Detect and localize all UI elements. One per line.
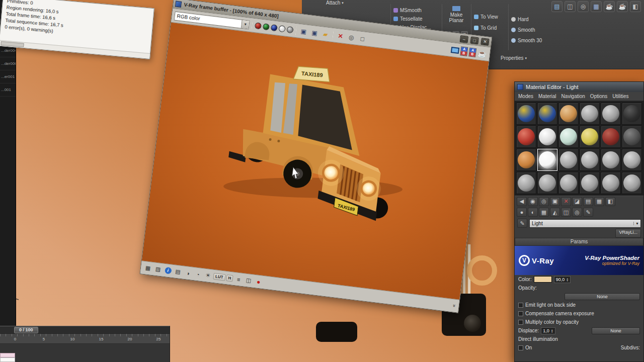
- make-planar-button[interactable]: Make Planar: [445, 6, 468, 23]
- pattern-icon[interactable]: ◭: [550, 208, 560, 217]
- menu-navigation[interactable]: Navigation: [561, 94, 585, 99]
- scrollbar-thumb[interactable]: [1, 41, 24, 47]
- direct-illumination-on-checkbox[interactable]: [518, 345, 523, 350]
- menu-material[interactable]: Material: [538, 94, 556, 99]
- attach-button[interactable]: Attach▾: [326, 0, 344, 6]
- material-slot[interactable]: [537, 172, 557, 194]
- ab-compare-button[interactable]: AB: [460, 46, 468, 56]
- compensate-exposure-checkbox[interactable]: [518, 311, 523, 316]
- blue-channel-icon[interactable]: [271, 24, 278, 31]
- color-corrections-icon[interactable]: ◑: [183, 268, 193, 278]
- menu-modes[interactable]: Modes: [518, 94, 533, 99]
- material-slot[interactable]: [537, 103, 557, 125]
- menu-utilities[interactable]: Utilities: [612, 94, 628, 99]
- track-bar-ruler[interactable]: 0 5 10 15 20 25: [0, 334, 170, 344]
- render-iterative-teapot-icon[interactable]: ☕: [617, 1, 628, 12]
- material-slot[interactable]: [516, 172, 536, 194]
- render-stats-window[interactable]: Primitives: 0 Region rendering: 16,0 s T…: [0, 0, 154, 59]
- alpha-channel-icon[interactable]: [278, 25, 285, 32]
- params-rollout-header[interactable]: Params: [515, 238, 643, 246]
- layer-item[interactable]: ...001: [0, 83, 16, 97]
- material-type-button[interactable]: VRayLi...: [615, 229, 641, 238]
- msmooth-button[interactable]: MSmooth: [393, 6, 442, 15]
- make-unique-icon[interactable]: ◪: [572, 197, 582, 206]
- maxscript-mini-listener[interactable]: [0, 353, 15, 362]
- material-slot[interactable]: [558, 149, 579, 171]
- material-slot[interactable]: [558, 126, 579, 148]
- smooth-hard-button[interactable]: Hard: [511, 14, 548, 25]
- clear-image-icon[interactable]: ✕: [335, 31, 346, 41]
- material-slot[interactable]: [580, 126, 600, 148]
- tessellate-button[interactable]: Tessellate: [393, 15, 442, 23]
- render-last-teapot-icon[interactable]: ☕: [477, 48, 488, 59]
- smooth-button[interactable]: Smooth: [511, 25, 548, 35]
- get-material-icon[interactable]: ◉: [528, 197, 538, 206]
- info-icon[interactable]: i: [163, 265, 173, 276]
- curve-editor-icon[interactable]: ▤: [551, 1, 562, 12]
- opacity-map-none-button[interactable]: None: [565, 293, 640, 300]
- dropdown-arrow-icon[interactable]: ▼: [633, 222, 640, 225]
- material-slot[interactable]: [601, 103, 621, 125]
- collapse-chevron-icon[interactable]: »: [452, 304, 458, 308]
- histogram-button[interactable]: H: [226, 275, 233, 282]
- material-slot[interactable]: [516, 126, 536, 148]
- material-slot[interactable]: [601, 126, 621, 148]
- layer-item[interactable]: ...er001: [0, 70, 16, 83]
- show-map-in-viewport-icon[interactable]: ▦: [594, 197, 604, 206]
- exposure-icon[interactable]: ☀: [203, 270, 213, 281]
- material-slot[interactable]: [537, 126, 557, 148]
- schematic-view-icon[interactable]: ◫: [565, 1, 576, 12]
- curves-icon[interactable]: ◔: [193, 269, 203, 279]
- material-slot[interactable]: [601, 149, 621, 171]
- ab-compare-horizontal-button[interactable]: AB: [468, 47, 476, 57]
- material-slot[interactable]: [516, 103, 536, 125]
- lut-button[interactable]: LUT: [213, 273, 225, 281]
- render-setup-icon[interactable]: ◎: [578, 1, 589, 12]
- pick-material-icon[interactable]: ✎: [583, 208, 593, 217]
- stamp-icon[interactable]: ≡: [233, 274, 244, 284]
- material-editor-title-bar[interactable]: Material Editor - Light: [515, 82, 643, 92]
- save-all-channels-icon[interactable]: ▣: [309, 28, 320, 38]
- region-render-icon[interactable]: □: [357, 33, 368, 44]
- emit-back-side-checkbox[interactable]: [518, 303, 523, 308]
- show-vfb-monitor-icon[interactable]: [451, 47, 459, 54]
- material-slot[interactable]: [580, 103, 600, 125]
- options-icon[interactable]: ◎: [572, 208, 582, 217]
- menu-options[interactable]: Options: [590, 94, 607, 99]
- sample-type-icon[interactable]: ●: [517, 208, 527, 217]
- smooth-30-button[interactable]: Smooth 30: [511, 35, 548, 46]
- stats-hscrollbar[interactable]: [0, 40, 150, 59]
- material-slot[interactable]: [516, 149, 536, 171]
- material-slot[interactable]: [558, 172, 579, 194]
- multiply-color-checkbox[interactable]: [518, 320, 523, 325]
- load-image-icon[interactable]: ▰: [320, 29, 331, 39]
- close-button[interactable]: ✕: [480, 38, 490, 46]
- dropdown-arrow-icon[interactable]: ▼: [241, 20, 250, 29]
- minimize-button[interactable]: –: [460, 35, 469, 43]
- material-slot[interactable]: [622, 172, 642, 194]
- material-slot[interactable]: [622, 149, 642, 171]
- material-slot[interactable]: [601, 172, 621, 194]
- color-swatch[interactable]: [534, 276, 552, 283]
- crop-region-icon[interactable]: ▧: [153, 264, 163, 275]
- displace-spinner[interactable]: 1,0▲▼: [541, 327, 555, 334]
- align-to-grid-button[interactable]: To Grid: [474, 22, 506, 33]
- eyedropper-icon[interactable]: ✎: [517, 219, 527, 228]
- compare-materials-icon[interactable]: ◫: [561, 208, 571, 217]
- properties-dropdown[interactable]: Properties▾: [501, 55, 527, 61]
- rendered-frame-window-icon[interactable]: ▦: [591, 1, 602, 12]
- region-grid-icon[interactable]: ▦: [143, 263, 153, 273]
- material-slot-selected[interactable]: [537, 149, 557, 171]
- material-slot[interactable]: [558, 103, 579, 125]
- reset-material-icon[interactable]: ✕: [561, 197, 571, 206]
- maximize-button[interactable]: □: [470, 36, 479, 44]
- align-to-view-button[interactable]: To View: [474, 11, 506, 22]
- slot-scroll-left-button[interactable]: ◀: [517, 197, 527, 206]
- time-slider-track[interactable]: 0 / 100: [0, 326, 170, 334]
- track-mouse-icon[interactable]: ◎: [346, 32, 357, 43]
- displace-map-none-button[interactable]: None: [592, 327, 640, 334]
- red-channel-icon[interactable]: [255, 22, 262, 29]
- time-slider-button[interactable]: 0 / 100: [14, 327, 38, 333]
- material-slot[interactable]: [622, 103, 642, 125]
- assign-material-icon[interactable]: ▣: [550, 197, 560, 206]
